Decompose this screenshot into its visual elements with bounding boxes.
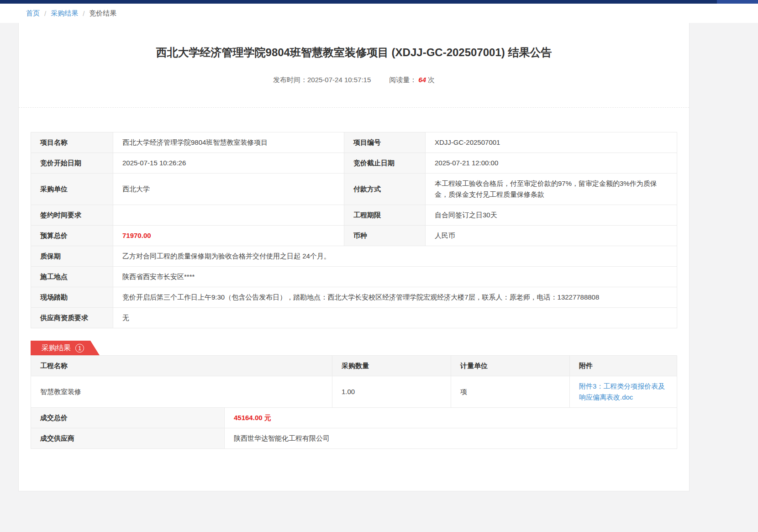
info-label-bid-end-date: 竞价截止日期 — [344, 153, 426, 174]
info-label-signing-time: 签约时间要求 — [31, 205, 113, 226]
result-value-project-name: 智慧教室装修 — [31, 376, 332, 408]
announcement-card: 西北大学经济管理学院9804班智慧教室装修项目 (XDJJ-GC-2025070… — [18, 23, 690, 491]
info-value-bid-end-date: 2025-07-21 12:00:00 — [426, 153, 677, 174]
table-row: 项目名称 西北大学经济管理学院9804班智慧教室装修项目 项目编号 XDJJ-G… — [31, 132, 677, 153]
breadcrumb-separator: / — [44, 10, 46, 17]
procurement-result-badge: 采购结果 1 — [31, 341, 100, 355]
info-label-project-duration: 工程期限 — [344, 205, 426, 226]
deal-total-price-unit: 元 — [264, 414, 271, 421]
info-value-payment-method: 本工程竣工验收合格后，付至审定价款的97%，留审定金额的3%作为质保金，质保金支… — [426, 174, 677, 205]
info-label-purchasing-unit: 采购单位 — [31, 174, 113, 205]
info-label-supplier-qualification: 供应商资质要求 — [31, 308, 113, 328]
table-row: 竞价开始日期 2025-07-15 10:26:26 竞价截止日期 2025-0… — [31, 153, 677, 174]
info-value-supplier-qualification: 无 — [113, 308, 677, 328]
top-nav-bar — [0, 0, 758, 4]
table-row: 供应商资质要求 无 — [31, 308, 677, 328]
info-label-site-survey: 现场踏勘 — [31, 287, 113, 308]
table-row: 预算总价 71970.00 币种 人民币 — [31, 226, 677, 246]
breadcrumb-link-home[interactable]: 首页 — [26, 9, 40, 18]
breadcrumb-link-procurement-results[interactable]: 采购结果 — [51, 9, 78, 18]
result-header-quantity: 采购数量 — [332, 356, 451, 376]
deal-summary-table: 成交总价 45164.00 元 成交供应商 陕西世华达智能化工程有限公司 — [31, 407, 677, 449]
info-value-currency: 人民币 — [426, 226, 677, 246]
table-row: 签约时间要求 工程期限 自合同签订之日30天 — [31, 205, 677, 226]
views-label: 阅读量： — [389, 76, 416, 84]
info-label-warranty-period: 质保期 — [31, 246, 113, 267]
result-value-quantity: 1.00 — [332, 376, 451, 408]
attachment-doc-link[interactable]: 附件3：工程类分项报价表及响应偏离表改.doc — [579, 382, 665, 401]
deal-total-price-value: 45164.00 — [234, 414, 263, 421]
info-value-purchasing-unit: 西北大学 — [113, 174, 344, 205]
breadcrumb-current-bidding-results: 竞价结果 — [89, 9, 116, 18]
info-label-budget-total: 预算总价 — [31, 226, 113, 246]
views-count: 64 — [418, 76, 426, 84]
info-label-project-number: 项目编号 — [344, 132, 426, 153]
breadcrumb-separator: / — [83, 10, 84, 17]
info-label-currency: 币种 — [344, 226, 426, 246]
info-value-project-name: 西北大学经济管理学院9804班智慧教室装修项目 — [113, 132, 344, 153]
page-title: 西北大学经济管理学院9804班智慧教室装修项目 (XDJJ-GC-2025070… — [37, 45, 671, 60]
table-row: 现场踏勘 竞价开启后第三个工作日上午9:30（包含公告发布日），踏勘地点：西北大… — [31, 287, 677, 308]
table-row: 成交总价 45164.00 元 — [31, 408, 677, 428]
project-info-table: 项目名称 西北大学经济管理学院9804班智慧教室装修项目 项目编号 XDJJ-G… — [31, 132, 677, 328]
top-nav-bar-highlight — [717, 0, 758, 4]
publish-meta: 发布时间：2025-07-24 10:57:15阅读量：64次 — [37, 76, 671, 107]
deal-supplier-label: 成交供应商 — [31, 428, 225, 449]
procurement-result-section: 采购结果 1 工程名称 采购数量 计量单位 附件 智慧教室装修 1.00 项 附… — [19, 328, 689, 491]
info-label-payment-method: 付款方式 — [344, 174, 426, 205]
announcement-header: 西北大学经济管理学院9804班智慧教室装修项目 (XDJJ-GC-2025070… — [19, 23, 689, 108]
project-info-section: 项目名称 西北大学经济管理学院9804班智慧教室装修项目 项目编号 XDJJ-G… — [19, 108, 689, 328]
table-row: 施工地点 陕西省西安市长安区**** — [31, 267, 677, 287]
info-value-project-duration: 自合同签订之日30天 — [426, 205, 677, 226]
result-value-unit: 项 — [451, 376, 570, 408]
info-value-site-survey: 竞价开启后第三个工作日上午9:30（包含公告发布日），踏勘地点：西北大学长安校区… — [113, 287, 677, 308]
info-label-construction-site: 施工地点 — [31, 267, 113, 287]
publish-time-label: 发布时间： — [273, 76, 307, 84]
procurement-result-table: 工程名称 采购数量 计量单位 附件 智慧教室装修 1.00 项 附件3：工程类分… — [31, 355, 677, 408]
info-value-warranty-period: 乙方对合同工程的质量保修期为验收合格并交付使用之日起 24个月。 — [113, 246, 677, 267]
info-value-project-number: XDJJ-GC-202507001 — [426, 132, 677, 153]
deal-supplier-value: 陕西世华达智能化工程有限公司 — [225, 428, 677, 449]
result-header-project-name: 工程名称 — [31, 356, 332, 376]
table-row: 成交供应商 陕西世华达智能化工程有限公司 — [31, 428, 677, 449]
badge-number: 1 — [75, 344, 84, 353]
breadcrumb: 首页 / 采购结果 / 竞价结果 — [0, 4, 758, 23]
table-row: 采购单位 西北大学 付款方式 本工程竣工验收合格后，付至审定价款的97%，留审定… — [31, 174, 677, 205]
publish-time-value: 2025-07-24 10:57:15 — [307, 76, 371, 84]
deal-total-price-label: 成交总价 — [31, 408, 225, 428]
badge-label: 采购结果 — [42, 343, 71, 353]
table-header-row: 工程名称 采购数量 计量单位 附件 — [31, 356, 677, 376]
info-label-bid-start-date: 竞价开始日期 — [31, 153, 113, 174]
table-row: 质保期 乙方对合同工程的质量保修期为验收合格并交付使用之日起 24个月。 — [31, 246, 677, 267]
result-header-attachment: 附件 — [570, 356, 677, 376]
info-value-budget-total: 71970.00 — [113, 226, 344, 246]
info-value-bid-start-date: 2025-07-15 10:26:26 — [113, 153, 344, 174]
result-header-unit: 计量单位 — [451, 356, 570, 376]
info-value-construction-site: 陕西省西安市长安区**** — [113, 267, 677, 287]
views-unit: 次 — [428, 76, 435, 84]
info-value-signing-time — [113, 205, 344, 226]
info-label-project-name: 项目名称 — [31, 132, 113, 153]
table-row: 智慧教室装修 1.00 项 附件3：工程类分项报价表及响应偏离表改.doc — [31, 376, 677, 408]
